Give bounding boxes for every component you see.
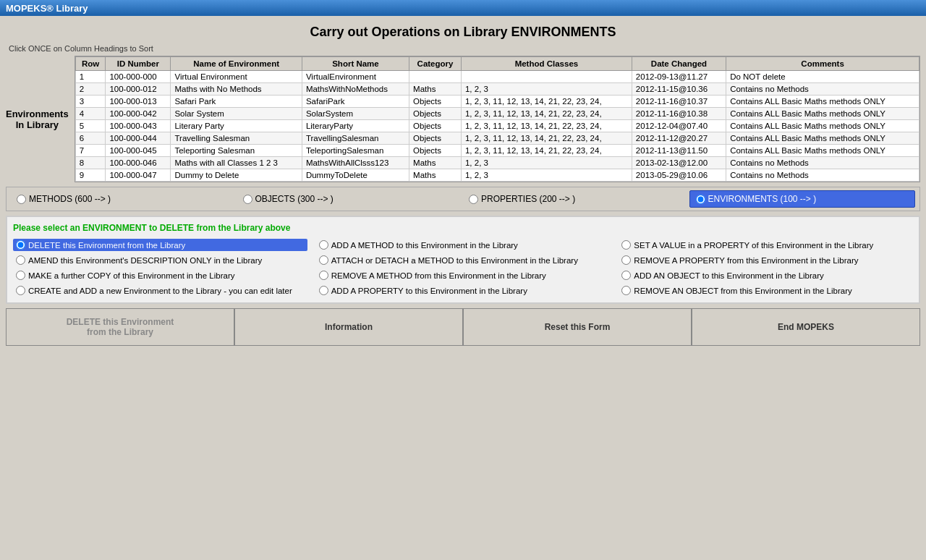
table-header-short-name[interactable]: Short Name — [302, 57, 409, 71]
table-header-comments[interactable]: Comments — [726, 57, 919, 71]
table-row[interactable]: 2100-000-012Maths with No MethodsMathsWi… — [75, 83, 919, 96]
ops-radio-6[interactable] — [319, 271, 328, 280]
ops-label-5: ATTACH or DETACH a METHOD to this Enviro… — [331, 256, 578, 265]
table-body: 1100-000-000Virtual EnvironmentVirtualEn… — [75, 71, 919, 182]
ops-radio-10[interactable] — [621, 271, 631, 280]
nav-radio-1[interactable] — [243, 195, 252, 204]
ops-radio-11[interactable] — [621, 286, 631, 295]
table-header-name-of-environment[interactable]: Name of Environment — [171, 57, 302, 71]
nav-label-0: METHODS (600 --> ) — [29, 194, 111, 204]
ops-item-2[interactable]: MAKE a further COPY of this Environment … — [13, 269, 307, 281]
table-row[interactable]: 7100-000-045Teleporting SalesmanTeleport… — [75, 145, 919, 157]
table-header-row[interactable]: Row — [75, 57, 106, 71]
nav-option-3[interactable]: ENVIRONMENTS (100 --> ) — [689, 190, 916, 208]
nav-label-2: PROPERTIES (200 --> ) — [481, 194, 575, 204]
ops-label-4: ADD A METHOD to this Environment in the … — [331, 241, 518, 250]
delete-button[interactable]: DELETE this Environmentfrom the Library — [6, 308, 234, 346]
nav-radio-2[interactable] — [469, 195, 478, 204]
env-label-line1: Environments — [6, 109, 69, 119]
reset-button[interactable]: Reset this Form — [463, 308, 692, 346]
env-label-line2: In Library — [16, 119, 59, 130]
ops-label-3: CREATE and ADD a new Environment to the … — [28, 287, 292, 295]
ops-radio-5[interactable] — [319, 255, 328, 265]
app-title: MOPEKS® Library — [6, 3, 88, 14]
nav-option-0[interactable]: METHODS (600 --> ) — [11, 191, 236, 207]
table-row[interactable]: 4100-000-042Solar SystemSolarSystemObjec… — [75, 108, 919, 120]
ops-label-8: SET A VALUE in a PROPERTY of this Enviro… — [634, 241, 873, 250]
ops-item-8[interactable]: SET A VALUE in a PROPERTY of this Enviro… — [619, 239, 913, 251]
ops-item-6[interactable]: REMOVE A METHOD from this Environment in… — [316, 269, 611, 281]
ops-item-0[interactable]: DELETE this Environment from the Library — [13, 239, 307, 251]
bottom-buttons: DELETE this Environmentfrom the Library … — [6, 308, 920, 346]
nav-section: METHODS (600 --> )OBJECTS (300 --> )PROP… — [6, 187, 920, 211]
ops-item-3[interactable]: CREATE and ADD a new Environment to the … — [13, 284, 307, 297]
ops-item-1[interactable]: AMEND this Environment's DESCRIPTION ONL… — [13, 254, 307, 266]
ops-label-7: ADD A PROPERTY to this Environment in th… — [331, 287, 527, 295]
table-section: Environments In Library RowID NumberName… — [6, 56, 920, 182]
data-table-wrapper: RowID NumberName of EnvironmentShort Nam… — [75, 56, 920, 182]
table-header-category[interactable]: Category — [409, 57, 462, 71]
end-mopeks-button[interactable]: End MOPEKS — [692, 308, 920, 346]
nav-option-1[interactable]: OBJECTS (300 --> ) — [237, 191, 462, 207]
table-row[interactable]: 1100-000-000Virtual EnvironmentVirtualEn… — [75, 71, 919, 83]
ops-radio-3[interactable] — [16, 286, 25, 295]
ops-item-7[interactable]: ADD A PROPERTY to this Environment in th… — [316, 284, 611, 297]
table-row[interactable]: 8100-000-046Maths with all Classes 1 2 3… — [75, 157, 919, 169]
ops-prompt: Please select an ENVIRONMENT to DELETE f… — [13, 223, 913, 233]
title-bar: MOPEKS® Library — [0, 0, 926, 16]
ops-item-11[interactable]: REMOVE AN OBJECT from this Environment i… — [619, 284, 913, 297]
ops-label-11: REMOVE AN OBJECT from this Environment i… — [634, 287, 851, 295]
information-button[interactable]: Information — [234, 308, 463, 346]
ops-radio-8[interactable] — [621, 240, 631, 250]
ops-radio-7[interactable] — [319, 286, 328, 295]
table-row[interactable]: 5100-000-043Literary PartyLiteraryPartyO… — [75, 120, 919, 132]
sort-hint: Click ONCE on Column Headings to Sort — [9, 44, 920, 53]
ops-label-6: REMOVE A METHOD from this Environment in… — [331, 271, 546, 280]
table-header-id-number[interactable]: ID Number — [106, 57, 171, 71]
ops-radio-9[interactable] — [621, 255, 631, 265]
environments-table: RowID NumberName of EnvironmentShort Nam… — [75, 56, 919, 182]
ops-label-2: MAKE a further COPY of this Environment … — [28, 271, 235, 280]
table-row[interactable]: 9100-000-047Dummy to DeleteDummyToDelete… — [75, 169, 919, 182]
nav-label-1: OBJECTS (300 --> ) — [255, 194, 334, 204]
ops-item-4[interactable]: ADD A METHOD to this Environment in the … — [316, 239, 611, 251]
ops-item-9[interactable]: REMOVE A PROPERTY from this Environment … — [619, 254, 913, 266]
table-head: RowID NumberName of EnvironmentShort Nam… — [75, 57, 919, 71]
ops-item-10[interactable]: ADD AN OBJECT to this Environment in the… — [619, 269, 913, 281]
ops-radio-1[interactable] — [16, 255, 25, 265]
ops-radio-4[interactable] — [319, 240, 328, 250]
table-row[interactable]: 6100-000-044Travelling SalesmanTravellin… — [75, 132, 919, 145]
ops-radio-0[interactable] — [16, 240, 25, 250]
ops-radio-2[interactable] — [16, 271, 25, 280]
ops-label-0: DELETE this Environment from the Library — [28, 241, 185, 250]
nav-radio-0[interactable] — [17, 195, 26, 204]
ops-label-9: REMOVE A PROPERTY from this Environment … — [634, 256, 858, 265]
ops-grid: DELETE this Environment from the Library… — [13, 239, 913, 297]
main-container: Carry out Operations on Library ENVIRONM… — [0, 16, 926, 349]
header-row: RowID NumberName of EnvironmentShort Nam… — [75, 57, 919, 71]
nav-label-3: ENVIRONMENTS (100 --> ) — [708, 194, 817, 204]
ops-label-1: AMEND this Environment's DESCRIPTION ONL… — [28, 256, 262, 265]
nav-option-2[interactable]: PROPERTIES (200 --> ) — [463, 191, 688, 207]
ops-item-5[interactable]: ATTACH or DETACH a METHOD to this Enviro… — [316, 254, 611, 266]
env-label-box: Environments In Library — [6, 56, 69, 182]
page-title: Carry out Operations on Library ENVIRONM… — [6, 25, 920, 40]
table-row[interactable]: 3100-000-013Safari ParkSafariParkObjects… — [75, 96, 919, 108]
ops-label-10: ADD AN OBJECT to this Environment in the… — [634, 271, 823, 280]
table-header-date-changed[interactable]: Date Changed — [632, 57, 726, 71]
operations-section: Please select an ENVIRONMENT to DELETE f… — [6, 216, 920, 304]
table-header-method-classes[interactable]: Method Classes — [461, 57, 632, 71]
nav-radio-3[interactable] — [696, 195, 705, 204]
